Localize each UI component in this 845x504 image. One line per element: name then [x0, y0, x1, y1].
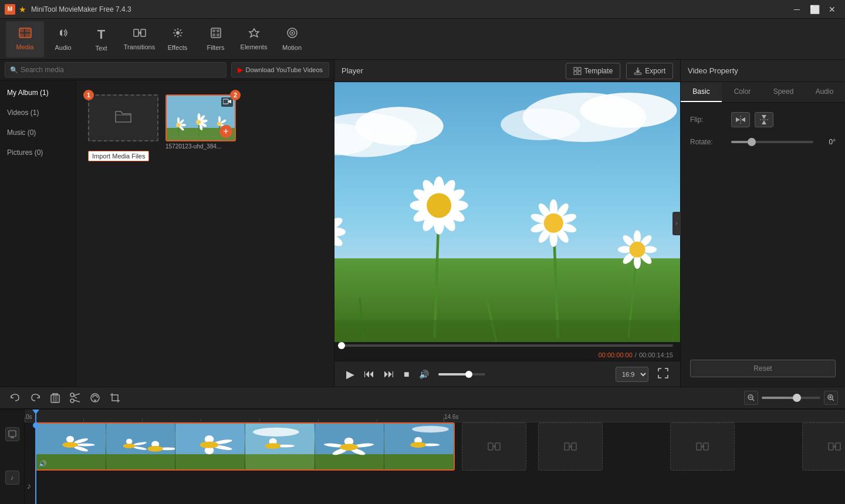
tab-basic[interactable]: Basic	[681, 82, 722, 102]
video-thumbnail[interactable]: +	[165, 94, 236, 141]
zoom-out-button[interactable]	[744, 391, 758, 405]
player-video	[334, 82, 680, 342]
transition-slot-2[interactable]	[538, 422, 603, 471]
import-placeholder[interactable]	[88, 94, 158, 141]
fullscreen-button[interactable]	[658, 368, 668, 381]
minimize-button[interactable]: ─	[789, 1, 805, 18]
template-btn-label: Template	[584, 67, 613, 75]
zoom-thumb[interactable]	[793, 394, 801, 402]
toolbar-effects[interactable]: Effects	[158, 21, 197, 57]
video-clip[interactable]: 🔊	[35, 422, 455, 471]
add-to-timeline-button[interactable]: +	[219, 125, 232, 138]
progress-thumb[interactable]	[338, 342, 345, 349]
audio-track: ♪	[25, 477, 31, 495]
sidebar-item-music[interactable]: Music (0)	[0, 123, 76, 143]
ruler-label-14: 14.6s	[444, 414, 458, 420]
crop-button[interactable]	[107, 390, 123, 406]
playhead[interactable]	[35, 410, 36, 504]
zoom-fill	[762, 397, 797, 399]
stop-button[interactable]: ■	[404, 369, 410, 380]
aspect-ratio-select[interactable]: 16:9 9:16 4:3 1:1	[616, 367, 648, 382]
import-media-item[interactable]: 1 Import Media Files	[88, 94, 158, 150]
svg-rect-192	[836, 443, 840, 450]
cut-button[interactable]	[67, 390, 83, 406]
import-label: Import Media Files	[88, 151, 149, 161]
svg-rect-112	[334, 320, 680, 342]
svg-line-120	[74, 400, 80, 402]
svg-rect-43	[634, 73, 641, 75]
tab-speed[interactable]: Speed	[763, 82, 804, 102]
rotate-controls: 0°	[731, 138, 836, 146]
youtube-download-button[interactable]: ▶ Download YouTube Videos	[231, 62, 330, 77]
tab-color[interactable]: Color	[722, 82, 763, 102]
svg-rect-31	[198, 125, 200, 137]
svg-marker-38	[228, 100, 231, 103]
undo-button[interactable]	[7, 390, 23, 406]
delete-button[interactable]	[47, 390, 63, 406]
toolbar-elements-label: Elements	[241, 43, 268, 50]
svg-line-121	[74, 396, 77, 398]
export-button[interactable]: Export	[626, 63, 673, 79]
redo-button[interactable]	[27, 390, 43, 406]
flip-horizontal-button[interactable]	[731, 112, 750, 127]
toolbar-effects-label: Effects	[168, 44, 187, 51]
media-grid: 1 Import Media Files 2	[76, 80, 334, 387]
window-controls: ─ ⬜ ✕	[789, 1, 840, 18]
svg-point-146	[126, 439, 132, 445]
current-time: 00:00:00:00	[599, 351, 633, 358]
svg-rect-189	[697, 443, 701, 450]
svg-point-140	[76, 444, 94, 447]
toolbar-elements[interactable]: Elements	[235, 21, 273, 57]
collapse-arrow[interactable]: ›	[672, 212, 681, 235]
add-track-button[interactable]	[5, 427, 19, 441]
toolbar-media[interactable]: Media	[6, 21, 44, 57]
toolbar-filters[interactable]: Filters	[197, 21, 235, 57]
toolbar-text[interactable]: T Text	[82, 21, 120, 57]
zoom-slider[interactable]	[762, 397, 820, 399]
video-media-item[interactable]: 2	[165, 94, 236, 150]
transition-slot-1[interactable]	[462, 422, 526, 471]
flip-vertical-button[interactable]	[755, 112, 773, 127]
svg-rect-5	[134, 29, 138, 36]
toolbar-audio[interactable]: Audio	[44, 21, 82, 57]
toolbar-transitions[interactable]: Transitions	[120, 21, 158, 57]
tab-audio[interactable]: Audio	[804, 82, 845, 102]
svg-rect-187	[565, 443, 569, 450]
rotate-thumb[interactable]	[748, 138, 756, 146]
prev-frame-button[interactable]: ⏮	[364, 368, 374, 380]
close-button[interactable]: ✕	[824, 1, 840, 18]
elements-icon	[248, 28, 261, 41]
rotate-slider[interactable]	[731, 141, 813, 143]
sidebar-item-videos[interactable]: Videos (1)	[0, 103, 76, 123]
reset-button[interactable]: Reset	[690, 360, 836, 377]
svg-rect-191	[829, 443, 833, 450]
progress-bar[interactable]	[342, 344, 673, 347]
toolbar-motion[interactable]: Motion	[273, 21, 311, 57]
search-input[interactable]	[21, 66, 221, 74]
svg-rect-179	[384, 454, 454, 469]
progress-bar-container[interactable]	[334, 342, 680, 349]
svg-rect-185	[488, 443, 493, 450]
next-frame-button[interactable]: ⏭	[384, 368, 394, 380]
template-button[interactable]: Template	[566, 63, 621, 79]
transition-slot-3[interactable]	[670, 422, 735, 471]
volume-slider[interactable]	[438, 373, 485, 376]
search-box[interactable]: 🔍	[5, 62, 227, 77]
play-button[interactable]: ▶	[346, 368, 354, 381]
audio-track-icon[interactable]: ♪	[5, 471, 19, 485]
sidebar-item-pictures[interactable]: Pictures (0)	[0, 143, 76, 163]
rotate-row: Rotate: 0°	[690, 138, 836, 146]
export-btn-label: Export	[645, 67, 665, 75]
sidebar-item-my-album[interactable]: My Album (1)	[0, 83, 76, 103]
volume-thumb[interactable]	[465, 371, 472, 378]
flip-vertical-icon	[759, 114, 769, 125]
svg-point-118	[70, 399, 74, 402]
svg-point-164	[253, 428, 299, 437]
svg-rect-9	[212, 29, 215, 32]
audio-detach-button[interactable]	[87, 390, 103, 406]
filters-icon	[210, 27, 222, 42]
restore-button[interactable]: ⬜	[806, 1, 823, 18]
zoom-in-button[interactable]	[824, 391, 838, 405]
transition-slot-4[interactable]	[802, 422, 845, 471]
player-controls: ▶ ⏮ ⏭ ■ 🔊 16:9 9:16 4:3 1:1	[334, 361, 680, 387]
